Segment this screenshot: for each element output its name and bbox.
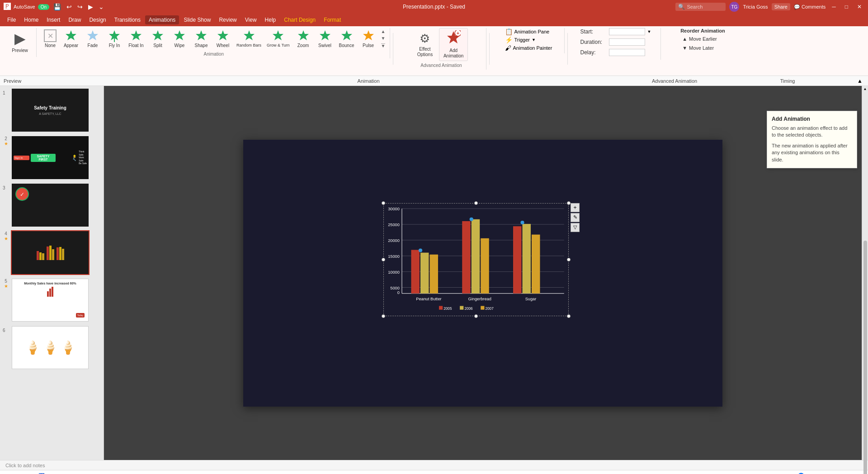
minimize-btn[interactable]: ─ (829, 4, 839, 10)
slide-thumb-1[interactable]: 1 Safety Training A SAFETY, LLC (2, 88, 102, 133)
handle-tm[interactable] (474, 201, 478, 205)
view-normal-icon[interactable]: ⊡ (745, 473, 751, 474)
slide-img-1[interactable]: Safety Training A SAFETY, LLC (12, 89, 89, 132)
slide-img-6[interactable]: 🍦 🍦 🍦 (12, 326, 89, 369)
menu-transitions[interactable]: Transitions (111, 15, 144, 24)
close-btn[interactable]: ✕ (854, 4, 864, 10)
menu-chartdesign[interactable]: Chart Design (280, 15, 319, 24)
autosave-label: AutoSave (14, 4, 35, 9)
scroll-top-icon[interactable]: ▲ (863, 87, 867, 91)
anim-swivel-btn[interactable]: Swivel (315, 28, 335, 50)
slide-thumb-4[interactable]: 4 ★ (2, 230, 102, 275)
comments-btn[interactable]: 💬 Comments (794, 4, 826, 10)
anim-appear-btn[interactable]: Appear (61, 28, 81, 50)
menu-help[interactable]: Help (261, 15, 280, 24)
chart-filter-icon[interactable]: ▽ (571, 223, 580, 232)
chart-selection-area[interactable]: 30000 25000 20000 15000 10000 5000 0 (383, 203, 569, 316)
slide-img-3[interactable]: ✓ (12, 184, 89, 227)
anim-randombars-btn[interactable]: Random Bars (235, 28, 263, 49)
autosave-status[interactable]: On (38, 4, 49, 10)
reorder-title: Reorder Animation (680, 28, 725, 33)
animation-painter-btn[interactable]: 🖌 Animation Painter (505, 44, 552, 52)
scroll-up-icon[interactable]: ▲ (381, 29, 386, 34)
handle-br[interactable] (567, 314, 571, 318)
slide-thumb-5[interactable]: 5 ★ Monthly Sales have increased 60% Tod… (2, 278, 102, 322)
qa-dropdown-icon[interactable]: ⌄ (97, 3, 105, 10)
move-earlier-btn[interactable]: ▲ Move Earlier (680, 35, 719, 43)
menu-format[interactable]: Format (320, 15, 344, 24)
chart-style-icon[interactable]: ✎ (571, 213, 580, 222)
svg-rect-39 (462, 221, 470, 293)
notes-bar[interactable]: Click to add notes (0, 460, 868, 470)
menu-review[interactable]: Review (215, 15, 240, 24)
slide-thumb-3[interactable]: 3 ✓ (2, 183, 102, 228)
handle-bl[interactable] (382, 314, 385, 318)
handle-ml[interactable] (382, 258, 385, 261)
scroll-thumb[interactable] (863, 241, 867, 474)
add-animation-btn[interactable]: + AddAnimation (439, 28, 468, 61)
menu-draw[interactable]: Draw (65, 15, 85, 24)
view-reading-icon[interactable]: ≡ (764, 473, 767, 474)
anim-zoom-btn[interactable]: Zoom (293, 28, 313, 50)
anim-fade-btn[interactable]: Fade (83, 28, 103, 50)
menu-home[interactable]: Home (20, 15, 42, 24)
svg-rect-48 (439, 306, 443, 309)
zoom-slider[interactable] (791, 473, 827, 474)
anim-bounce-btn[interactable]: Bounce (337, 28, 357, 50)
anim-wheel-btn[interactable]: Wheel (213, 28, 233, 50)
animation-section-label: Animation (108, 78, 629, 84)
anim-pulse-btn[interactable]: Pulse (359, 28, 378, 50)
effect-options-btn[interactable]: ⚙ EffectOptions (415, 30, 435, 59)
duration-input[interactable] (609, 38, 645, 46)
slide-img-2[interactable]: Sign In SAFETY FIRST 👷 🔧 Think SafeWork … (12, 136, 89, 179)
chart-add-icon[interactable]: + (571, 203, 580, 212)
view-sorter-icon[interactable]: ⊞ (755, 473, 760, 474)
maximize-btn[interactable]: □ (842, 4, 851, 10)
menu-animations[interactable]: Animations (145, 15, 179, 24)
menu-insert[interactable]: Insert (43, 15, 64, 24)
anim-growturn-btn[interactable]: Grow & Turn (265, 28, 292, 49)
slide-thumb-6[interactable]: 6 🍦 🍦 🍦 (2, 325, 102, 370)
search-box[interactable]: 🔍 (675, 3, 726, 11)
fit-slide-icon[interactable]: ⊟ (857, 473, 863, 474)
redo-icon[interactable]: ↪ (76, 3, 84, 10)
delay-input[interactable] (609, 49, 645, 56)
present-icon[interactable]: ▶ (87, 3, 94, 10)
preview-btn[interactable]: ▶ Preview (7, 28, 33, 55)
start-dropdown-icon[interactable]: ▼ (647, 29, 651, 34)
handle-tl[interactable] (382, 201, 385, 205)
scroll-more-icon[interactable]: ▼ (381, 43, 386, 48)
share-btn[interactable]: Share (772, 3, 790, 10)
collapse-ribbon-btn[interactable]: ▲ (855, 78, 864, 84)
start-input[interactable] (609, 28, 645, 35)
anim-floatin-btn[interactable]: Float In (126, 28, 146, 50)
menu-slideshow[interactable]: Slide Show (180, 15, 214, 24)
animation-pane-btn[interactable]: 📋 Animation Pane (505, 28, 550, 35)
trigger-btn[interactable]: ⚡ Trigger ▼ (505, 36, 536, 43)
save-icon[interactable]: 💾 (52, 3, 62, 10)
anim-none-btn[interactable]: ✕ None (41, 28, 59, 50)
right-scrollbar[interactable]: ▲ ▼ (862, 86, 868, 460)
view-slideshow-icon[interactable]: ▶ (771, 473, 776, 474)
search-input[interactable] (687, 4, 723, 9)
anim-split-btn[interactable]: Split (148, 28, 168, 50)
handle-tr[interactable] (567, 201, 571, 205)
handle-mr[interactable] (567, 258, 571, 261)
menu-file[interactable]: File (4, 15, 19, 24)
menu-view[interactable]: View (241, 15, 260, 24)
anim-flyin-btn[interactable]: Fly In (104, 28, 124, 50)
slide-canvas[interactable]: 30000 25000 20000 15000 10000 5000 0 (243, 140, 722, 407)
move-later-btn[interactable]: ▼ Move Later (680, 44, 716, 52)
undo-icon[interactable]: ↩ (65, 3, 73, 10)
anim-shape-btn[interactable]: Shape (191, 28, 211, 50)
slide-img-4[interactable] (12, 231, 89, 274)
menu-design[interactable]: Design (85, 15, 109, 24)
scroll-down-icon[interactable]: ▼ (381, 36, 386, 41)
anim-wipe-btn[interactable]: Wipe (170, 28, 189, 50)
ribbon-scroll-arrows[interactable]: ▲ ▼ ▼ (380, 28, 387, 50)
user-avatar[interactable]: TG (729, 2, 739, 12)
slide-panel[interactable]: 1 Safety Training A SAFETY, LLC 2 ★ Sign… (0, 86, 104, 460)
slide-thumb-2[interactable]: 2 ★ Sign In SAFETY FIRST 👷 🔧 Think SafeW… (2, 135, 102, 180)
slide-img-5[interactable]: Monthly Sales have increased 60% Today (12, 279, 89, 322)
handle-bm[interactable] (474, 314, 478, 318)
